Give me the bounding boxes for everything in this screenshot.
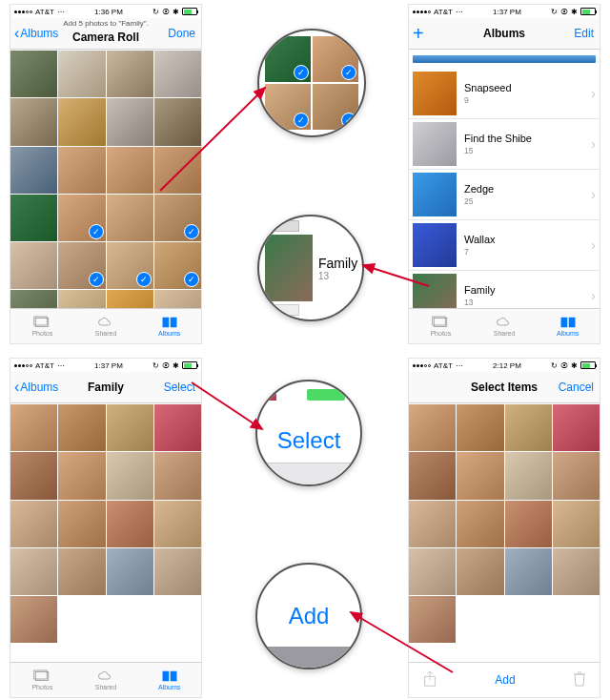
- photo-thumb[interactable]: [505, 452, 552, 499]
- tab-albums[interactable]: Albums: [536, 309, 600, 343]
- photo-thumb[interactable]: [10, 147, 57, 194]
- back-button[interactable]: ‹Albums: [14, 27, 58, 40]
- photo-thumb[interactable]: [10, 242, 57, 289]
- tab-shared[interactable]: Shared: [74, 309, 138, 343]
- photo-thumb[interactable]: [10, 548, 57, 595]
- photo-thumb[interactable]: [505, 404, 552, 451]
- screenshot-albums-list: AT&T⋯ 1:37 PM ↻⦿✱ + Albums Edit Snapseed…: [408, 4, 600, 344]
- photo-thumb[interactable]: [58, 51, 105, 97]
- done-button[interactable]: Done: [168, 27, 195, 40]
- album-row[interactable]: Find the Shibe15 ›: [409, 119, 600, 170]
- add-album-button[interactable]: +: [413, 24, 424, 43]
- photo-thumb[interactable]: [10, 51, 57, 97]
- check-icon: ✓: [184, 272, 199, 287]
- photo-thumb[interactable]: [154, 501, 201, 547]
- album-row[interactable]: Wallax7 ›: [409, 220, 600, 271]
- album-row-partial[interactable]: [413, 55, 596, 63]
- photo-thumb[interactable]: [10, 596, 57, 643]
- photo-thumb[interactable]: [58, 548, 105, 595]
- photo-thumb[interactable]: [409, 548, 456, 595]
- photo-thumb[interactable]: [58, 147, 105, 194]
- back-button[interactable]: ‹Albums: [14, 381, 58, 394]
- photo-thumb[interactable]: [10, 195, 57, 241]
- status-bar: AT&T⋯ 1:37 PM ↻⦿✱: [409, 5, 600, 18]
- photo-thumb[interactable]: [107, 51, 153, 97]
- add-button[interactable]: Add: [495, 673, 515, 687]
- photo-thumb[interactable]: [107, 501, 153, 547]
- album-row[interactable]: Family13 ›: [409, 271, 600, 308]
- photo-thumb[interactable]: ✓: [107, 242, 153, 289]
- photo-thumb[interactable]: [107, 404, 153, 451]
- nav-bar: Add 5 photos to "Family". ‹Albums Camera…: [10, 18, 201, 50]
- album-row[interactable]: Snapseed9 ›: [409, 69, 600, 119]
- status-time: 1:36 PM: [94, 8, 123, 16]
- photo-thumb[interactable]: [154, 290, 201, 308]
- photo-thumb[interactable]: [10, 404, 57, 451]
- album-list: Snapseed9 › Find the Shibe15 › Zedge25 ›…: [409, 50, 600, 308]
- photo-thumb[interactable]: [58, 290, 105, 308]
- album-count: 9: [464, 95, 591, 105]
- photo-thumb: ✓: [265, 36, 311, 82]
- tab-bar: Photos Shared Albums: [409, 308, 600, 343]
- photo-thumb[interactable]: [154, 452, 201, 499]
- photo-thumb[interactable]: [154, 51, 201, 97]
- album-thumb: [413, 223, 457, 267]
- photo-thumb[interactable]: [154, 147, 201, 194]
- photo-thumb[interactable]: [58, 404, 105, 451]
- photo-thumb[interactable]: [10, 452, 57, 499]
- photo-thumb[interactable]: [107, 98, 153, 145]
- photo-thumb[interactable]: [457, 452, 503, 499]
- photo-thumb[interactable]: ✓: [154, 242, 201, 289]
- select-button[interactable]: Select: [164, 381, 195, 394]
- photo-thumb[interactable]: [409, 596, 456, 643]
- tab-shared[interactable]: Shared: [74, 663, 138, 697]
- photos-icon: [33, 669, 51, 683]
- photo-thumb[interactable]: [409, 404, 456, 451]
- tab-photos[interactable]: Photos: [10, 663, 74, 697]
- photo-thumb[interactable]: [409, 501, 456, 547]
- tab-photos[interactable]: Photos: [10, 309, 74, 343]
- tab-photos[interactable]: Photos: [409, 309, 473, 343]
- tab-shared[interactable]: Shared: [473, 309, 537, 343]
- photo-thumb[interactable]: [154, 98, 201, 145]
- photo-thumb[interactable]: [553, 548, 600, 595]
- photo-thumb[interactable]: [58, 98, 105, 145]
- photo-thumb[interactable]: [107, 147, 153, 194]
- photo-thumb[interactable]: [457, 548, 503, 595]
- tab-albums[interactable]: Albums: [137, 663, 201, 697]
- photo-thumb[interactable]: [154, 404, 201, 451]
- photo-thumb[interactable]: [107, 195, 153, 241]
- photo-thumb[interactable]: [553, 452, 600, 499]
- albums-icon: [559, 316, 577, 329]
- photo-thumb[interactable]: [154, 548, 201, 595]
- screenshot-camera-roll-select: AT&T⋯ 1:36 PM ↻⦿✱ Add 5 photos to "Famil…: [10, 4, 202, 344]
- photo-thumb[interactable]: [107, 548, 153, 595]
- chevron-right-icon: ›: [591, 187, 596, 202]
- photo-thumb[interactable]: ✓: [58, 242, 105, 289]
- photo-thumb[interactable]: [58, 501, 105, 547]
- photo-thumb[interactable]: [58, 452, 105, 499]
- photo-thumb[interactable]: [107, 290, 153, 308]
- photo-thumb[interactable]: ✓: [154, 195, 201, 241]
- photo-thumb[interactable]: [553, 501, 600, 547]
- edit-button[interactable]: Edit: [574, 27, 594, 40]
- tab-albums[interactable]: Albums: [137, 309, 201, 343]
- svg-rect-2: [162, 318, 169, 328]
- photo-thumb[interactable]: ✓: [58, 195, 105, 241]
- photo-thumb[interactable]: [10, 501, 57, 547]
- photo-thumb[interactable]: [10, 98, 57, 145]
- cloud-icon: [97, 316, 114, 329]
- photo-thumb[interactable]: [553, 404, 600, 451]
- check-icon: ✓: [294, 113, 309, 128]
- photo-thumb[interactable]: [505, 548, 552, 595]
- photo-thumb[interactable]: [107, 452, 153, 499]
- chevron-right-icon: ›: [591, 136, 596, 152]
- cancel-button[interactable]: Cancel: [559, 381, 594, 394]
- photo-thumb[interactable]: [457, 404, 503, 451]
- photo-thumb[interactable]: [505, 501, 552, 547]
- photo-thumb[interactable]: [10, 290, 57, 308]
- album-row[interactable]: Zedge25 ›: [409, 170, 600, 220]
- photo-thumb[interactable]: [457, 501, 503, 547]
- photo-thumb[interactable]: [409, 452, 456, 499]
- photos-icon: [33, 316, 51, 329]
